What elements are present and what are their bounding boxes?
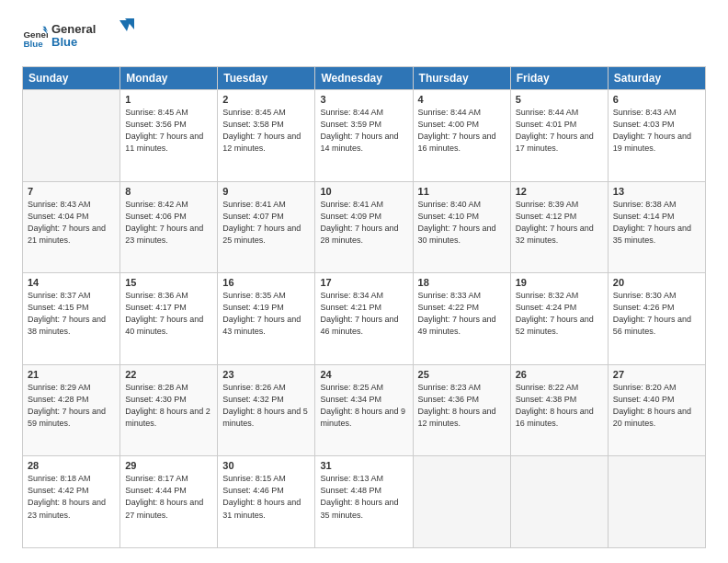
calendar-week-row: 28Sunrise: 8:18 AMSunset: 4:42 PMDayligh… bbox=[23, 456, 706, 548]
day-number: 11 bbox=[418, 186, 506, 197]
day-detail: Sunrise: 8:30 AMSunset: 4:26 PMDaylight:… bbox=[613, 290, 700, 338]
calendar-day-cell bbox=[413, 456, 510, 548]
day-header-monday: Monday bbox=[120, 67, 218, 90]
day-detail: Sunrise: 8:22 AMSunset: 4:38 PMDaylight:… bbox=[516, 382, 603, 430]
calendar-day-cell: 29Sunrise: 8:17 AMSunset: 4:44 PMDayligh… bbox=[120, 456, 218, 548]
day-number: 10 bbox=[320, 186, 407, 197]
calendar-week-row: 1Sunrise: 8:45 AMSunset: 3:56 PMDaylight… bbox=[23, 90, 706, 182]
calendar-day-cell: 15Sunrise: 8:36 AMSunset: 4:17 PMDayligh… bbox=[120, 273, 218, 365]
calendar-day-cell: 22Sunrise: 8:28 AMSunset: 4:30 PMDayligh… bbox=[120, 364, 218, 456]
day-header-tuesday: Tuesday bbox=[218, 67, 315, 90]
calendar-day-cell: 11Sunrise: 8:40 AMSunset: 4:10 PMDayligh… bbox=[413, 181, 510, 273]
day-number: 4 bbox=[418, 94, 506, 105]
day-detail: Sunrise: 8:35 AMSunset: 4:19 PMDaylight:… bbox=[222, 290, 310, 338]
calendar-day-cell: 7Sunrise: 8:43 AMSunset: 4:04 PMDaylight… bbox=[23, 181, 120, 273]
day-detail: Sunrise: 8:25 AMSunset: 4:34 PMDaylight:… bbox=[320, 382, 407, 430]
day-number: 9 bbox=[222, 186, 310, 197]
svg-text:Blue: Blue bbox=[23, 39, 43, 49]
calendar-day-cell: 30Sunrise: 8:15 AMSunset: 4:46 PMDayligh… bbox=[218, 456, 315, 548]
calendar-day-cell bbox=[510, 456, 608, 548]
day-header-friday: Friday bbox=[510, 67, 608, 90]
calendar-day-cell: 17Sunrise: 8:34 AMSunset: 4:21 PMDayligh… bbox=[315, 273, 413, 365]
day-detail: Sunrise: 8:34 AMSunset: 4:21 PMDaylight:… bbox=[320, 290, 407, 338]
day-detail: Sunrise: 8:15 AMSunset: 4:46 PMDaylight:… bbox=[222, 473, 310, 521]
logo-icon: General Blue bbox=[22, 24, 48, 50]
calendar-week-row: 14Sunrise: 8:37 AMSunset: 4:15 PMDayligh… bbox=[23, 273, 706, 365]
day-detail: Sunrise: 8:39 AMSunset: 4:12 PMDaylight:… bbox=[516, 199, 603, 247]
day-number: 17 bbox=[320, 277, 407, 288]
day-number: 21 bbox=[28, 369, 115, 380]
day-detail: Sunrise: 8:38 AMSunset: 4:14 PMDaylight:… bbox=[613, 199, 700, 247]
calendar-day-cell: 3Sunrise: 8:44 AMSunset: 3:59 PMDaylight… bbox=[315, 90, 413, 182]
logo: General Blue General Blue bbox=[22, 18, 134, 55]
calendar-day-cell: 31Sunrise: 8:13 AMSunset: 4:48 PMDayligh… bbox=[315, 456, 413, 548]
day-detail: Sunrise: 8:37 AMSunset: 4:15 PMDaylight:… bbox=[28, 290, 115, 338]
logo-wordmark: General Blue bbox=[51, 18, 134, 55]
day-detail: Sunrise: 8:13 AMSunset: 4:48 PMDaylight:… bbox=[320, 473, 407, 521]
calendar-day-cell: 14Sunrise: 8:37 AMSunset: 4:15 PMDayligh… bbox=[23, 273, 120, 365]
calendar-day-cell bbox=[608, 456, 705, 548]
calendar-day-cell: 27Sunrise: 8:20 AMSunset: 4:40 PMDayligh… bbox=[608, 364, 705, 456]
calendar-day-cell: 13Sunrise: 8:38 AMSunset: 4:14 PMDayligh… bbox=[608, 181, 705, 273]
day-number: 12 bbox=[516, 186, 603, 197]
day-detail: Sunrise: 8:18 AMSunset: 4:42 PMDaylight:… bbox=[28, 473, 115, 521]
day-detail: Sunrise: 8:36 AMSunset: 4:17 PMDaylight:… bbox=[125, 290, 212, 338]
day-number: 1 bbox=[125, 94, 212, 105]
calendar-week-row: 21Sunrise: 8:29 AMSunset: 4:28 PMDayligh… bbox=[23, 364, 706, 456]
day-detail: Sunrise: 8:41 AMSunset: 4:09 PMDaylight:… bbox=[320, 199, 407, 247]
day-number: 31 bbox=[320, 460, 407, 471]
day-header-wednesday: Wednesday bbox=[315, 67, 413, 90]
day-detail: Sunrise: 8:23 AMSunset: 4:36 PMDaylight:… bbox=[418, 382, 506, 430]
day-header-thursday: Thursday bbox=[413, 67, 510, 90]
day-detail: Sunrise: 8:44 AMSunset: 4:00 PMDaylight:… bbox=[418, 107, 506, 155]
day-number: 25 bbox=[418, 369, 506, 380]
calendar-day-cell: 21Sunrise: 8:29 AMSunset: 4:28 PMDayligh… bbox=[23, 364, 120, 456]
calendar-day-cell: 1Sunrise: 8:45 AMSunset: 3:56 PMDaylight… bbox=[120, 90, 218, 182]
day-number: 19 bbox=[516, 277, 603, 288]
header: General Blue General Blue bbox=[22, 18, 706, 55]
day-number: 28 bbox=[28, 460, 115, 471]
day-detail: Sunrise: 8:44 AMSunset: 3:59 PMDaylight:… bbox=[320, 107, 407, 155]
calendar-day-cell: 4Sunrise: 8:44 AMSunset: 4:00 PMDaylight… bbox=[413, 90, 510, 182]
calendar-day-cell: 20Sunrise: 8:30 AMSunset: 4:26 PMDayligh… bbox=[608, 273, 705, 365]
day-number: 15 bbox=[125, 277, 212, 288]
day-number: 29 bbox=[125, 460, 212, 471]
day-number: 5 bbox=[516, 94, 603, 105]
calendar-header-row: SundayMondayTuesdayWednesdayThursdayFrid… bbox=[23, 67, 706, 90]
day-number: 20 bbox=[613, 277, 700, 288]
calendar-day-cell: 9Sunrise: 8:41 AMSunset: 4:07 PMDaylight… bbox=[218, 181, 315, 273]
day-detail: Sunrise: 8:26 AMSunset: 4:32 PMDaylight:… bbox=[222, 382, 310, 430]
calendar-day-cell: 26Sunrise: 8:22 AMSunset: 4:38 PMDayligh… bbox=[510, 364, 608, 456]
calendar-day-cell: 24Sunrise: 8:25 AMSunset: 4:34 PMDayligh… bbox=[315, 364, 413, 456]
day-number: 24 bbox=[320, 369, 407, 380]
day-detail: Sunrise: 8:41 AMSunset: 4:07 PMDaylight:… bbox=[222, 199, 310, 247]
day-detail: Sunrise: 8:43 AMSunset: 4:04 PMDaylight:… bbox=[28, 199, 115, 247]
calendar-day-cell: 2Sunrise: 8:45 AMSunset: 3:58 PMDaylight… bbox=[218, 90, 315, 182]
day-number: 8 bbox=[125, 186, 212, 197]
calendar-day-cell: 10Sunrise: 8:41 AMSunset: 4:09 PMDayligh… bbox=[315, 181, 413, 273]
day-detail: Sunrise: 8:44 AMSunset: 4:01 PMDaylight:… bbox=[516, 107, 603, 155]
day-detail: Sunrise: 8:42 AMSunset: 4:06 PMDaylight:… bbox=[125, 199, 212, 247]
day-number: 23 bbox=[222, 369, 310, 380]
svg-text:General: General bbox=[51, 22, 96, 36]
day-number: 22 bbox=[125, 369, 212, 380]
day-number: 27 bbox=[613, 369, 700, 380]
calendar-day-cell: 28Sunrise: 8:18 AMSunset: 4:42 PMDayligh… bbox=[23, 456, 120, 548]
calendar-day-cell: 5Sunrise: 8:44 AMSunset: 4:01 PMDaylight… bbox=[510, 90, 608, 182]
day-number: 7 bbox=[28, 186, 115, 197]
day-number: 16 bbox=[222, 277, 310, 288]
day-detail: Sunrise: 8:45 AMSunset: 3:58 PMDaylight:… bbox=[222, 107, 310, 155]
day-detail: Sunrise: 8:40 AMSunset: 4:10 PMDaylight:… bbox=[418, 199, 506, 247]
day-number: 13 bbox=[613, 186, 700, 197]
calendar-table: SundayMondayTuesdayWednesdayThursdayFrid… bbox=[22, 66, 706, 548]
calendar-day-cell: 19Sunrise: 8:32 AMSunset: 4:24 PMDayligh… bbox=[510, 273, 608, 365]
calendar-day-cell: 6Sunrise: 8:43 AMSunset: 4:03 PMDaylight… bbox=[608, 90, 705, 182]
day-number: 18 bbox=[418, 277, 506, 288]
day-number: 30 bbox=[222, 460, 310, 471]
calendar-day-cell: 25Sunrise: 8:23 AMSunset: 4:36 PMDayligh… bbox=[413, 364, 510, 456]
page: General Blue General Blue SundayMondayT bbox=[0, 0, 728, 563]
day-header-sunday: Sunday bbox=[23, 67, 120, 90]
day-detail: Sunrise: 8:28 AMSunset: 4:30 PMDaylight:… bbox=[125, 382, 212, 430]
calendar-day-cell bbox=[23, 90, 120, 182]
calendar-day-cell: 8Sunrise: 8:42 AMSunset: 4:06 PMDaylight… bbox=[120, 181, 218, 273]
